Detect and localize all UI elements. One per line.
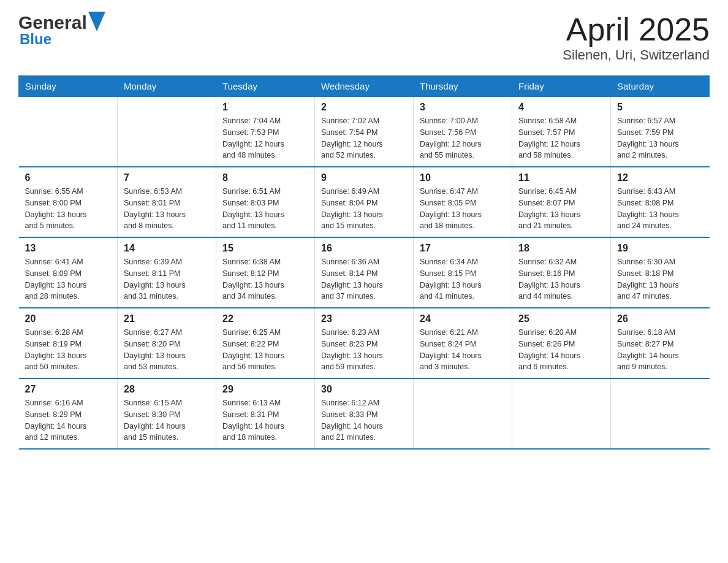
day-info: Sunrise: 6:12 AMSunset: 8:33 PMDaylight:… — [321, 397, 407, 443]
calendar-cell — [118, 97, 216, 167]
day-info: Sunrise: 6:49 AMSunset: 8:04 PMDaylight:… — [321, 186, 407, 232]
calendar-week-row: 6Sunrise: 6:55 AMSunset: 8:00 PMDaylight… — [19, 167, 710, 237]
title-block: April 2025 Silenen, Uri, Switzerland — [563, 12, 710, 63]
calendar-cell — [19, 97, 118, 167]
day-number: 5 — [617, 102, 703, 113]
calendar-cell: 10Sunrise: 6:47 AMSunset: 8:05 PMDayligh… — [414, 167, 512, 237]
calendar-cell: 19Sunrise: 6:30 AMSunset: 8:18 PMDayligh… — [611, 237, 710, 308]
calendar-cell: 8Sunrise: 6:51 AMSunset: 8:03 PMDaylight… — [216, 167, 315, 237]
day-number: 25 — [518, 313, 604, 324]
day-number: 1 — [222, 102, 308, 113]
day-info: Sunrise: 6:41 AMSunset: 8:09 PMDaylight:… — [25, 256, 112, 302]
calendar-table: SundayMondayTuesdayWednesdayThursdayFrid… — [18, 75, 710, 450]
day-info: Sunrise: 6:18 AMSunset: 8:27 PMDaylight:… — [617, 327, 703, 373]
day-info: Sunrise: 6:34 AMSunset: 8:15 PMDaylight:… — [420, 256, 506, 302]
day-number: 14 — [124, 243, 210, 254]
day-info: Sunrise: 7:00 AMSunset: 7:56 PMDaylight:… — [420, 115, 506, 161]
calendar-cell: 26Sunrise: 6:18 AMSunset: 8:27 PMDayligh… — [611, 308, 710, 378]
day-number: 30 — [321, 384, 407, 395]
header-day-monday: Monday — [118, 76, 216, 97]
day-number: 2 — [321, 102, 407, 113]
logo-general-text: General — [18, 12, 87, 33]
day-number: 22 — [222, 313, 308, 324]
day-number: 13 — [25, 243, 112, 254]
day-number: 16 — [321, 243, 407, 254]
calendar-cell: 30Sunrise: 6:12 AMSunset: 8:33 PMDayligh… — [315, 378, 414, 449]
day-number: 27 — [25, 384, 112, 395]
calendar-cell: 3Sunrise: 7:00 AMSunset: 7:56 PMDaylight… — [414, 97, 512, 167]
calendar-cell: 28Sunrise: 6:15 AMSunset: 8:30 PMDayligh… — [118, 378, 216, 449]
header-day-sunday: Sunday — [19, 76, 118, 97]
calendar-cell: 25Sunrise: 6:20 AMSunset: 8:26 PMDayligh… — [512, 308, 611, 378]
day-number: 21 — [124, 313, 210, 324]
day-number: 3 — [420, 102, 506, 113]
calendar-cell: 13Sunrise: 6:41 AMSunset: 8:09 PMDayligh… — [19, 237, 118, 308]
day-number: 18 — [518, 243, 604, 254]
calendar-cell: 11Sunrise: 6:45 AMSunset: 8:07 PMDayligh… — [512, 167, 611, 237]
day-number: 17 — [420, 243, 506, 254]
day-number: 11 — [518, 172, 604, 183]
calendar-cell: 21Sunrise: 6:27 AMSunset: 8:20 PMDayligh… — [118, 308, 216, 378]
calendar-cell: 1Sunrise: 7:04 AMSunset: 7:53 PMDaylight… — [216, 97, 315, 167]
calendar-cell: 5Sunrise: 6:57 AMSunset: 7:59 PMDaylight… — [611, 97, 710, 167]
calendar-subtitle: Silenen, Uri, Switzerland — [563, 47, 710, 63]
day-number: 10 — [420, 172, 506, 183]
header-day-thursday: Thursday — [414, 76, 512, 97]
day-number: 19 — [617, 243, 703, 254]
header-day-wednesday: Wednesday — [315, 76, 414, 97]
calendar-cell: 29Sunrise: 6:13 AMSunset: 8:31 PMDayligh… — [216, 378, 315, 449]
day-info: Sunrise: 6:16 AMSunset: 8:29 PMDaylight:… — [25, 397, 112, 443]
day-info: Sunrise: 6:21 AMSunset: 8:24 PMDaylight:… — [420, 327, 506, 373]
calendar-week-row: 27Sunrise: 6:16 AMSunset: 8:29 PMDayligh… — [19, 378, 710, 449]
calendar-cell: 9Sunrise: 6:49 AMSunset: 8:04 PMDaylight… — [315, 167, 414, 237]
day-info: Sunrise: 6:38 AMSunset: 8:12 PMDaylight:… — [222, 256, 308, 302]
day-info: Sunrise: 6:20 AMSunset: 8:26 PMDaylight:… — [518, 327, 604, 373]
day-info: Sunrise: 6:23 AMSunset: 8:23 PMDaylight:… — [321, 327, 407, 373]
day-info: Sunrise: 6:51 AMSunset: 8:03 PMDaylight:… — [222, 186, 308, 232]
day-number: 12 — [617, 172, 703, 183]
calendar-cell: 12Sunrise: 6:43 AMSunset: 8:08 PMDayligh… — [611, 167, 710, 237]
day-info: Sunrise: 6:30 AMSunset: 8:18 PMDaylight:… — [617, 256, 703, 302]
calendar-cell: 23Sunrise: 6:23 AMSunset: 8:23 PMDayligh… — [315, 308, 414, 378]
day-info: Sunrise: 6:53 AMSunset: 8:01 PMDaylight:… — [124, 186, 210, 232]
day-number: 26 — [617, 313, 703, 324]
day-number: 6 — [25, 172, 112, 183]
day-info: Sunrise: 6:25 AMSunset: 8:22 PMDaylight:… — [222, 327, 308, 373]
day-info: Sunrise: 6:43 AMSunset: 8:08 PMDaylight:… — [617, 186, 703, 232]
calendar-cell: 22Sunrise: 6:25 AMSunset: 8:22 PMDayligh… — [216, 308, 315, 378]
calendar-title: April 2025 — [563, 12, 710, 47]
calendar-cell — [414, 378, 512, 449]
day-info: Sunrise: 6:28 AMSunset: 8:19 PMDaylight:… — [25, 327, 112, 373]
day-number: 23 — [321, 313, 407, 324]
day-info: Sunrise: 6:55 AMSunset: 8:00 PMDaylight:… — [25, 186, 112, 232]
calendar-cell — [512, 378, 611, 449]
day-info: Sunrise: 6:58 AMSunset: 7:57 PMDaylight:… — [518, 115, 604, 161]
day-info: Sunrise: 7:04 AMSunset: 7:53 PMDaylight:… — [222, 115, 308, 161]
page-header: General Blue April 2025 Silenen, Uri, Sw… — [18, 12, 710, 63]
day-number: 4 — [518, 102, 604, 113]
calendar-cell: 6Sunrise: 6:55 AMSunset: 8:00 PMDaylight… — [19, 167, 118, 237]
logo-triangle-icon — [88, 12, 105, 31]
calendar-cell: 7Sunrise: 6:53 AMSunset: 8:01 PMDaylight… — [118, 167, 216, 237]
day-number: 24 — [420, 313, 506, 324]
calendar-cell — [611, 378, 710, 449]
calendar-cell: 20Sunrise: 6:28 AMSunset: 8:19 PMDayligh… — [19, 308, 118, 378]
svg-marker-0 — [88, 12, 105, 31]
calendar-cell: 4Sunrise: 6:58 AMSunset: 7:57 PMDaylight… — [512, 97, 611, 167]
calendar-cell: 14Sunrise: 6:39 AMSunset: 8:11 PMDayligh… — [118, 237, 216, 308]
calendar-cell: 18Sunrise: 6:32 AMSunset: 8:16 PMDayligh… — [512, 237, 611, 308]
calendar-cell: 24Sunrise: 6:21 AMSunset: 8:24 PMDayligh… — [414, 308, 512, 378]
day-number: 7 — [124, 172, 210, 183]
calendar-cell: 27Sunrise: 6:16 AMSunset: 8:29 PMDayligh… — [19, 378, 118, 449]
header-day-tuesday: Tuesday — [216, 76, 315, 97]
day-info: Sunrise: 6:13 AMSunset: 8:31 PMDaylight:… — [222, 397, 308, 443]
calendar-header-row: SundayMondayTuesdayWednesdayThursdayFrid… — [19, 76, 710, 97]
day-info: Sunrise: 6:39 AMSunset: 8:11 PMDaylight:… — [124, 256, 210, 302]
day-info: Sunrise: 6:27 AMSunset: 8:20 PMDaylight:… — [124, 327, 210, 373]
calendar-cell: 17Sunrise: 6:34 AMSunset: 8:15 PMDayligh… — [414, 237, 512, 308]
day-number: 8 — [222, 172, 308, 183]
day-info: Sunrise: 6:15 AMSunset: 8:30 PMDaylight:… — [124, 397, 210, 443]
day-info: Sunrise: 6:36 AMSunset: 8:14 PMDaylight:… — [321, 256, 407, 302]
day-number: 28 — [124, 384, 210, 395]
calendar-week-row: 13Sunrise: 6:41 AMSunset: 8:09 PMDayligh… — [19, 237, 710, 308]
